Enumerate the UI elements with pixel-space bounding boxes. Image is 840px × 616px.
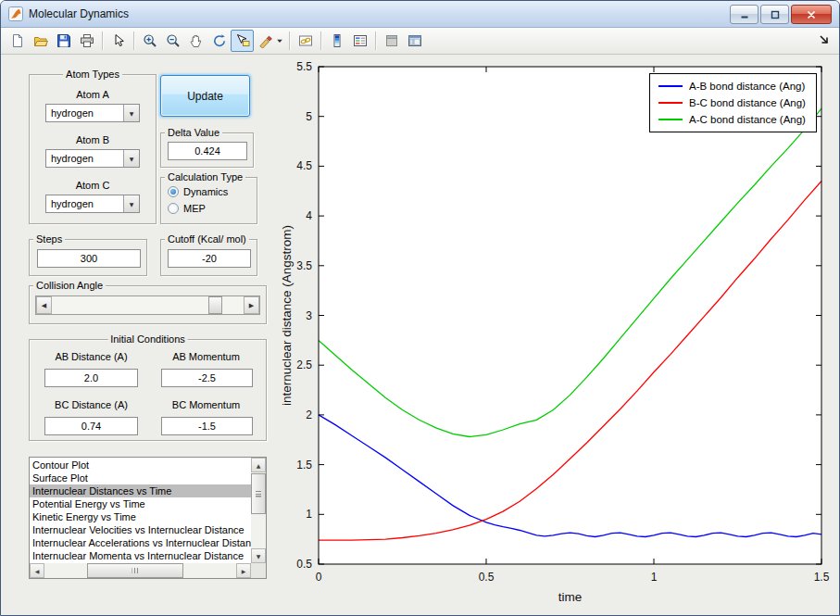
chevron-down-icon: ▼ — [123, 105, 139, 121]
atom-b-dropdown[interactable]: hydrogen ▼ — [45, 149, 140, 168]
collision-angle-title: Collision Angle — [33, 280, 106, 292]
maximize-button[interactable] — [760, 5, 789, 24]
list-item[interactable]: Surface Plot — [30, 471, 251, 484]
titlebar[interactable]: Molecular Dynamics — [1, 1, 839, 28]
y-tick-label: 0.5 — [296, 558, 312, 571]
y-tick-label: 5.5 — [296, 60, 312, 73]
window-title: Molecular Dynamics — [29, 7, 129, 20]
x-tick-label: 0.5 — [479, 571, 495, 584]
legend-entry-ac: A-C bond distance (Ang) — [650, 111, 816, 128]
atom-c-dropdown[interactable]: hydrogen ▼ — [45, 195, 140, 213]
y-axis-label: internuclear distance (Angstrom) — [280, 225, 294, 406]
list-item[interactable]: Internuclear Velocities vs Internuclear … — [30, 523, 251, 536]
toolbar-separator — [289, 31, 290, 50]
close-button[interactable] — [791, 5, 832, 24]
delta-value-title: Delta Value — [165, 127, 222, 139]
cutoff-title: Cutoff (Kcal/ mol) — [165, 233, 249, 245]
collision-angle-slider[interactable]: ◀ ▶ — [35, 295, 260, 315]
toolbar-separator — [320, 31, 321, 50]
y-tick-label: 3 — [306, 309, 312, 322]
atom-c-group: Atom C hydrogen ▼ — [30, 180, 156, 213]
legend-entry-ab: A-B bond distance (Ang) — [650, 78, 816, 94]
plot-type-listbox: Contour Plot Surface Plot Internuclear D… — [29, 457, 267, 579]
toolbar-separator — [133, 31, 134, 50]
atom-a-dropdown[interactable]: hydrogen ▼ — [45, 104, 140, 122]
ab-distance-input[interactable] — [44, 369, 138, 387]
scroll-left-arrow-icon[interactable]: ◀ — [30, 563, 44, 578]
list-item[interactable]: Contour Plot — [30, 459, 251, 471]
steps-input[interactable] — [37, 249, 141, 268]
update-button[interactable]: Update — [160, 75, 250, 117]
link-plot-icon[interactable] — [294, 30, 317, 52]
hide-plot-tools-icon[interactable] — [380, 30, 403, 52]
initial-conditions-title: Initial Conditions — [107, 333, 188, 346]
print-icon[interactable] — [75, 30, 98, 52]
chevron-down-icon: ▼ — [123, 150, 139, 167]
rotate-3d-icon[interactable] — [207, 30, 231, 52]
atom-b-value: hydrogen — [46, 153, 123, 164]
list-item[interactable]: Kinetic Energy vs Time — [30, 510, 251, 523]
cutoff-input[interactable] — [168, 249, 251, 268]
list-item[interactable]: Potential Energy vs Time — [30, 497, 251, 510]
atom-a-label: Atom A — [30, 89, 156, 100]
radio-button-icon — [168, 203, 179, 214]
save-icon[interactable] — [52, 30, 75, 52]
atom-types-panel: Atom Types Atom A hydrogen ▼ Atom B hydr… — [29, 74, 157, 224]
bc-momentum-input[interactable] — [161, 417, 253, 435]
new-figure-icon[interactable] — [6, 30, 29, 52]
dock-figure-icon[interactable] — [817, 32, 834, 49]
x-tick-label: 1.5 — [814, 571, 830, 584]
brush-caret-icon[interactable] — [273, 30, 285, 52]
x-tick-label: 1 — [651, 571, 658, 584]
scroll-right-arrow-icon[interactable]: ▶ — [236, 563, 251, 578]
atom-b-label: Atom B — [30, 134, 156, 145]
plot-axes[interactable]: 00.511.50.511.522.533.544.555.5timeinter… — [279, 56, 840, 615]
insert-legend-icon[interactable] — [348, 30, 371, 52]
delta-value-input[interactable] — [168, 142, 247, 160]
list-item[interactable]: Internuclear Accelerations vs Internucle… — [30, 536, 251, 549]
vertical-scroll-thumb[interactable] — [251, 473, 266, 514]
y-tick-label: 1 — [306, 508, 312, 521]
collision-angle-panel: Collision Angle ◀ ▶ — [29, 285, 267, 324]
slider-track[interactable] — [52, 296, 244, 314]
list-item[interactable]: Internuclear Momenta vs Internuclear Dis… — [30, 549, 251, 562]
ab-momentum-label: AB Momentum — [144, 351, 268, 362]
show-plot-tools-icon[interactable] — [403, 30, 426, 52]
slider-left-arrow-icon[interactable]: ◀ — [36, 296, 52, 314]
atom-b-group: Atom B hydrogen ▼ — [30, 134, 156, 168]
scroll-up-arrow-icon[interactable]: ▲ — [251, 458, 266, 472]
x-tick-label: 0 — [316, 571, 322, 584]
list-item[interactable]: Internuclear Distances vs Time — [30, 484, 251, 497]
slider-thumb[interactable] — [208, 296, 222, 314]
zoom-out-icon[interactable] — [161, 30, 184, 52]
atom-types-title: Atom Types — [63, 69, 122, 81]
vertical-scrollbar[interactable]: ▲ ▼ — [251, 458, 266, 563]
radio-mep[interactable]: MEP — [168, 203, 257, 214]
radio-dynamics[interactable]: Dynamics — [168, 186, 257, 197]
ab-momentum-input[interactable] — [161, 369, 253, 387]
legend-line-sample — [658, 102, 683, 104]
initial-conditions-panel: Initial Conditions AB Distance (A) AB Mo… — [29, 339, 267, 441]
edit-plot-icon[interactable] — [107, 30, 130, 52]
atom-c-value: hydrogen — [46, 198, 123, 209]
toolbar-separator — [375, 31, 376, 50]
open-file-icon[interactable] — [29, 30, 52, 52]
slider-right-arrow-icon[interactable]: ▶ — [244, 296, 259, 314]
legend-label: A-C bond distance (Ang) — [689, 114, 806, 125]
figure-client-area: Atom Types Atom A hydrogen ▼ Atom B hydr… — [1, 55, 839, 615]
scroll-down-arrow-icon[interactable]: ▼ — [251, 548, 266, 563]
atom-a-group: Atom A hydrogen ▼ — [30, 89, 156, 122]
insert-colorbar-icon[interactable] — [325, 30, 348, 52]
pan-icon[interactable] — [184, 30, 207, 52]
y-tick-label: 2.5 — [296, 358, 312, 371]
horizontal-scroll-thumb[interactable] — [87, 563, 183, 578]
zoom-in-icon[interactable] — [138, 30, 161, 52]
cutoff-panel: Cutoff (Kcal/ mol) — [160, 239, 257, 276]
minimize-button[interactable] — [730, 5, 759, 24]
horizontal-scrollbar[interactable]: ◀ ▶ — [30, 563, 251, 578]
radio-mep-label: MEP — [183, 203, 206, 214]
data-cursor-icon[interactable] — [231, 30, 254, 52]
bc-distance-input[interactable] — [44, 417, 138, 435]
window-controls — [728, 5, 832, 24]
plot-legend[interactable]: A-B bond distance (Ang) B-C bond distanc… — [649, 73, 817, 132]
